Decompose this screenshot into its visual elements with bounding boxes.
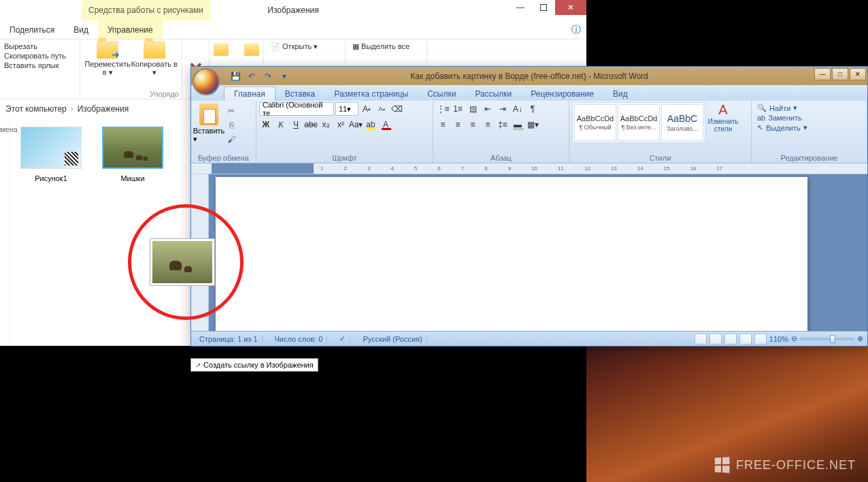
select-all-button[interactable]: ▦ Выделить все (352, 42, 420, 51)
word-titlebar[interactable]: 💾 ↶ ↷ ▾ Как добавить картинку в Ворде (f… (191, 67, 867, 85)
shading-button[interactable]: ▬ (511, 118, 524, 131)
outline-view-button[interactable] (739, 334, 752, 344)
explorer-titlebar[interactable]: Средства работы с рисунками Изображения … (0, 0, 586, 20)
tab-share[interactable]: Поделиться (0, 20, 64, 39)
print-layout-view-button[interactable] (695, 334, 707, 344)
tab-references[interactable]: Ссылки (418, 87, 465, 101)
numbering-button[interactable]: 1≡ (451, 102, 465, 116)
tab-home[interactable]: Главная (224, 86, 276, 101)
file-thumbnail[interactable]: Рисунок1 (18, 127, 84, 182)
help-icon[interactable]: ⓘ (571, 24, 581, 36)
font-size-combo[interactable]: 11 ▾ (335, 102, 358, 116)
page-indicator[interactable]: Страница: 1 из 1 (195, 335, 263, 343)
language-indicator[interactable]: Русский (Россия) (358, 335, 427, 343)
copy-icon[interactable]: ⎘ (225, 119, 237, 131)
zoom-in-button[interactable]: ⊕ (857, 334, 863, 343)
copy-to-button[interactable]: Копировать в ▾ (131, 41, 178, 76)
file-name: Мишки (100, 174, 165, 182)
tab-layout[interactable]: Разметка страницы (324, 87, 418, 101)
shrink-font-icon[interactable]: A▾ (375, 102, 388, 116)
font-color-button[interactable]: A (379, 118, 393, 131)
close-button[interactable]: ✕ (555, 0, 586, 15)
image-preview (20, 127, 82, 169)
maximize-button[interactable] (532, 0, 555, 15)
redo-icon[interactable]: ↷ (262, 70, 274, 82)
align-left-button[interactable]: ≡ (436, 118, 450, 131)
style-normal[interactable]: AaBbCcDd ¶ Обычный (574, 104, 616, 141)
horizontal-ruler[interactable]: 1234567891011121314151617 (191, 163, 867, 174)
breadcrumb-folder[interactable]: Изображения (78, 104, 129, 114)
highlight-color-button[interactable]: ab (364, 118, 378, 131)
font-name-combo[interactable]: Calibri (Основной те (259, 102, 334, 116)
tab-view[interactable]: Вид (603, 87, 637, 101)
style-no-spacing[interactable]: AaBbCcDd ¶ Без инте... (618, 104, 660, 141)
change-case-button[interactable]: Aa▾ (349, 118, 363, 131)
style-heading1[interactable]: AaBbC Заголово... (661, 104, 703, 141)
explorer-ribbon-tabs: Поделиться Вид Управление ⓘ (0, 20, 586, 39)
zoom-slider[interactable] (800, 338, 854, 340)
web-layout-view-button[interactable] (724, 334, 737, 344)
minimize-button[interactable]: — (814, 68, 831, 80)
subscript-button[interactable]: x₂ (319, 118, 333, 131)
zoom-level[interactable]: 110% (769, 335, 788, 343)
increase-indent-button[interactable]: ⇥ (496, 102, 510, 116)
office-button[interactable] (193, 68, 220, 95)
quick-access-toolbar: 💾 ↶ ↷ ▾ (229, 70, 290, 82)
zoom-out-button[interactable]: ⊖ (791, 334, 797, 343)
styles-gallery[interactable]: AaBbCcDd ¶ Обычный AaBbCcDd ¶ Без инте..… (572, 102, 705, 143)
undo-icon[interactable]: ↶ (246, 70, 258, 82)
select-button[interactable]: ↖Выделить ▾ (757, 123, 861, 132)
find-button[interactable]: 🔍Найти ▾ (757, 103, 861, 112)
tab-manage[interactable]: Управление (98, 20, 163, 39)
underline-button[interactable]: Ч (289, 118, 303, 131)
move-to-button[interactable]: ➜ Переместить в ▾ (84, 41, 131, 76)
italic-button[interactable]: К (274, 118, 288, 131)
replace-button[interactable]: abЗаменить (757, 114, 861, 122)
tab-insert[interactable]: Вставка (276, 87, 325, 101)
decrease-indent-button[interactable]: ⇤ (481, 102, 495, 116)
explorer-sidebar[interactable]: мена (0, 118, 10, 346)
maximize-button[interactable]: □ (832, 68, 848, 80)
borders-button[interactable]: ▦▾ (526, 118, 539, 131)
tab-view[interactable]: Вид (64, 20, 98, 39)
document-page[interactable] (216, 177, 807, 334)
justify-button[interactable]: ≡ (481, 118, 495, 131)
paste-button[interactable]: Вставить ▾ (194, 102, 224, 144)
tab-mailings[interactable]: Рассылки (465, 87, 521, 101)
file-thumbnail[interactable]: Мишки (100, 127, 165, 182)
bold-button[interactable]: Ж (259, 118, 273, 131)
folder-icon[interactable] (244, 44, 259, 56)
save-icon[interactable]: 💾 (229, 70, 241, 82)
show-marks-button[interactable]: ¶ (526, 102, 539, 116)
replace-icon: ab (757, 114, 765, 122)
paste-shortcut-button[interactable]: Вставить ярлык (4, 61, 76, 69)
minimize-button[interactable]: — (509, 0, 532, 15)
breadcrumb-root[interactable]: Этот компьютер (5, 104, 67, 114)
sort-button[interactable]: A↓ (511, 102, 524, 116)
qat-more-icon[interactable]: ▾ (278, 70, 290, 82)
multilevel-list-button[interactable]: ▤ (466, 102, 480, 116)
cursor-icon: ↖ (757, 123, 763, 132)
cut-button[interactable]: Вырезать (4, 42, 76, 50)
fullscreen-view-button[interactable] (710, 334, 722, 344)
new-folder-icon[interactable] (214, 44, 229, 56)
bullets-button[interactable]: ⋮≡ (436, 102, 450, 116)
close-button[interactable]: ✕ (850, 68, 866, 80)
tab-review[interactable]: Рецензирование (521, 87, 603, 101)
draft-view-button[interactable] (754, 334, 767, 344)
proofing-icon[interactable]: ✓ (335, 334, 350, 343)
document-area[interactable] (191, 174, 867, 331)
change-styles-button[interactable]: A Изменить стили (707, 102, 739, 133)
superscript-button[interactable]: x² (334, 118, 348, 131)
word-count[interactable]: Число слов: 0 (271, 335, 328, 343)
strikethrough-button[interactable]: abc (304, 118, 318, 131)
clear-formatting-icon[interactable]: ⌫ (390, 102, 403, 116)
copy-path-button[interactable]: Скопировать путь (4, 52, 76, 60)
grow-font-icon[interactable]: A▴ (360, 102, 373, 116)
align-right-button[interactable]: ≡ (466, 118, 480, 131)
format-painter-icon[interactable]: 🖌 (225, 133, 237, 146)
open-button[interactable]: 📄 Открыть ▾ (271, 42, 338, 51)
cut-icon[interactable]: ✂ (225, 105, 237, 117)
align-center-button[interactable]: ≡ (451, 118, 465, 131)
line-spacing-button[interactable]: ‡≡ (496, 118, 510, 131)
